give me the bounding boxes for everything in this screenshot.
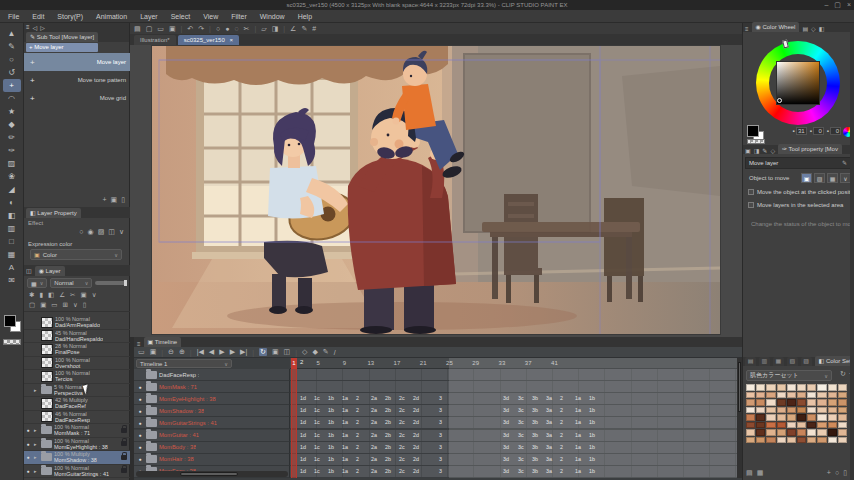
color-swatch[interactable] — [756, 437, 765, 444]
eye-icon[interactable]: ● — [136, 408, 144, 414]
subtool-item-move-layer[interactable]: +Move layer — [24, 53, 130, 71]
cel-label[interactable]: 1c — [314, 456, 320, 462]
transparent-swatch[interactable] — [747, 139, 765, 144]
prev-frame-icon[interactable]: ◀ — [209, 348, 214, 356]
redo-icon[interactable]: ↷ — [198, 25, 204, 33]
cel-label[interactable]: 2d — [413, 432, 419, 438]
enable-keyframes-icon[interactable]: ◇ — [302, 348, 307, 356]
color-swatch[interactable] — [766, 399, 775, 406]
track-cel-area[interactable]: 1d1c1b1a22a2b2c2d33d3c3b3a21a1b — [290, 454, 737, 466]
cel-label[interactable]: 1d — [300, 395, 306, 401]
timeline-frame-ruler[interactable]: 591317212529333741 — [290, 358, 737, 369]
cel-label[interactable]: 3c — [518, 432, 524, 438]
color-swatch[interactable] — [807, 422, 816, 429]
pen-tool-icon[interactable]: ✎ — [3, 40, 21, 53]
menu-window[interactable]: Window — [260, 13, 285, 20]
blend-mode-dropdown[interactable]: Normal ∨ — [50, 278, 92, 288]
color-swatch[interactable] — [787, 437, 796, 444]
playhead-frame-label[interactable]: 1 — [291, 358, 297, 369]
color-swatch[interactable] — [817, 407, 826, 414]
color-swatch[interactable] — [756, 384, 765, 391]
view-grid-icon[interactable]: ▦ — [757, 469, 764, 477]
cel-label[interactable]: 3b — [532, 456, 538, 462]
layer-row[interactable]: ●▸100 % NormalMomMask : 71 — [24, 424, 130, 438]
tab-swatch-a[interactable]: ▤ — [745, 357, 756, 366]
zoom-out-timeline-icon[interactable]: ⊖ — [168, 348, 174, 356]
color-swatch[interactable] — [756, 392, 765, 399]
layer-row[interactable]: 42 % MultiplyDadFaceRef — [24, 397, 130, 411]
go-to-start-icon[interactable]: |◀ — [197, 348, 204, 356]
reselect-icon[interactable]: ● — [225, 25, 229, 32]
deselect-icon[interactable]: ○ — [216, 25, 220, 32]
border-effect-icon[interactable]: ○ — [79, 228, 83, 236]
delete-swatch-icon[interactable]: ▯ — [843, 469, 847, 477]
right-panel-scrollbar[interactable] — [850, 32, 854, 480]
cel-label[interactable]: 1b — [328, 407, 334, 413]
cel-label[interactable]: 2b — [385, 468, 391, 474]
pencil-tool-icon[interactable]: ✏ — [3, 131, 21, 144]
color-swatch[interactable] — [838, 422, 847, 429]
tab-layer[interactable]: ◉ Layer — [35, 266, 65, 276]
cel-label[interactable]: 2 — [560, 468, 563, 474]
cel-label[interactable]: 1c — [314, 468, 320, 474]
track-cel-area[interactable]: 1d1c1b1a22a2b2c2d33d3c3b3a21a1b — [290, 466, 737, 478]
cel-label[interactable]: 2a — [371, 444, 377, 450]
layer-color-effect-icon[interactable]: ◫ — [108, 228, 115, 236]
color-swatch[interactable] — [797, 429, 806, 436]
cel-label[interactable]: 1a — [342, 432, 348, 438]
color-swatch[interactable] — [756, 422, 765, 429]
color-swatch[interactable] — [787, 414, 796, 421]
undo-icon[interactable]: ↶ — [187, 25, 193, 33]
zoom-in-timeline-icon[interactable]: ⊕ — [179, 348, 185, 356]
subtool-current[interactable]: + Move layer — [26, 43, 98, 52]
cel-label[interactable]: 2 — [560, 456, 563, 462]
tab-timeline[interactable]: ▣ Timeline — [144, 337, 182, 347]
cel-label[interactable]: 1a — [342, 444, 348, 450]
color-swatch[interactable] — [746, 392, 755, 399]
cel-label[interactable]: 2c — [399, 432, 405, 438]
cel-label[interactable]: 3b — [532, 468, 538, 474]
cel-label[interactable]: 1b — [328, 395, 334, 401]
cel-label[interactable]: 3d — [503, 432, 509, 438]
color-swatch[interactable] — [787, 399, 796, 406]
cel-label[interactable]: 3b — [532, 432, 538, 438]
cel-label[interactable]: 2a — [371, 419, 377, 425]
expand-icon[interactable]: ▸ — [34, 387, 39, 393]
color-swatch[interactable] — [746, 422, 755, 429]
airbrush-tool-icon[interactable]: ▨ — [3, 157, 21, 170]
cel-label[interactable]: 2a — [371, 432, 377, 438]
color-swatch[interactable] — [766, 384, 775, 391]
close-button[interactable]: × — [847, 0, 851, 10]
color-swatch[interactable] — [766, 422, 775, 429]
delete-subtool-icon[interactable]: ▯ — [121, 196, 125, 204]
sv-cursor[interactable] — [777, 98, 782, 103]
menu-select[interactable]: Select — [171, 13, 190, 20]
move-layer-tool-icon[interactable]: + — [3, 79, 21, 92]
foreground-color-swatch[interactable] — [747, 125, 759, 137]
cel-label[interactable]: 1c — [314, 407, 320, 413]
menu-storyp[interactable]: Story(P) — [57, 13, 83, 20]
color-swatch[interactable] — [838, 384, 847, 391]
menu-view[interactable]: View — [203, 13, 218, 20]
move-target-grid-button[interactable]: ▦ — [827, 173, 838, 183]
fill-tool-icon[interactable]: ◧ — [3, 209, 21, 222]
hue-cursor[interactable] — [782, 40, 789, 49]
eye-icon[interactable]: ● — [24, 427, 32, 433]
color-swatch[interactable] — [807, 399, 816, 406]
color-swatch[interactable] — [777, 414, 786, 421]
color-swatch[interactable] — [746, 429, 755, 436]
balloon-tool-icon[interactable]: ✉ — [3, 274, 21, 287]
track-name-cell[interactable]: ●MomBody : 38 — [134, 442, 290, 454]
color-swatch[interactable] — [817, 429, 826, 436]
cel-label[interactable]: 1a — [342, 395, 348, 401]
color-wheel[interactable] — [743, 32, 854, 124]
maximize-button[interactable]: ▢ — [834, 0, 841, 10]
color-swatch[interactable] — [777, 399, 786, 406]
decoration-tool-icon[interactable]: ❀ — [3, 170, 21, 183]
new-animation-cel-icon[interactable]: ▣ — [272, 348, 279, 356]
expand-icon[interactable]: ▸ — [34, 427, 39, 433]
color-swatch[interactable] — [766, 429, 775, 436]
transfer-layer-icon[interactable]: ⊞ — [62, 301, 67, 309]
menu-filter[interactable]: Filter — [231, 13, 247, 20]
edit-track-icon[interactable]: ✎ — [323, 348, 329, 356]
